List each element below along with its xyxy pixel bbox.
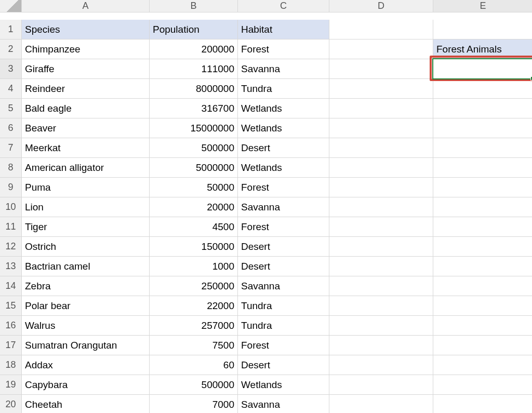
- cell-e16[interactable]: [433, 316, 532, 336]
- cell-e19[interactable]: [433, 375, 532, 395]
- cell-d17[interactable]: [329, 336, 433, 355]
- cell-c10[interactable]: Savanna: [238, 197, 329, 217]
- cell-c20[interactable]: Savanna: [238, 395, 329, 413]
- cell-a13[interactable]: Bactrian camel: [22, 257, 150, 276]
- col-header-a[interactable]: A: [22, 0, 150, 12]
- cell-b8[interactable]: 5000000: [150, 158, 238, 178]
- cell-b5[interactable]: 316700: [150, 99, 238, 118]
- cell-c1[interactable]: Habitat: [238, 20, 329, 39]
- cell-d7[interactable]: [329, 138, 433, 158]
- row-header[interactable]: 17: [0, 336, 22, 355]
- cell-d19[interactable]: [329, 375, 433, 395]
- cell-e18[interactable]: [433, 355, 532, 375]
- cell-e4[interactable]: [433, 79, 532, 99]
- cell-c19[interactable]: Wetlands: [238, 375, 329, 395]
- cell-d9[interactable]: [329, 178, 433, 197]
- cell-c13[interactable]: Desert: [238, 257, 329, 276]
- row-header[interactable]: 12: [0, 237, 22, 257]
- cell-d4[interactable]: [329, 79, 433, 99]
- cell-d13[interactable]: [329, 257, 433, 276]
- cell-e12[interactable]: [433, 237, 532, 257]
- cell-d16[interactable]: [329, 316, 433, 336]
- row-header[interactable]: 9: [0, 178, 22, 197]
- cell-d11[interactable]: [329, 217, 433, 237]
- cell-c11[interactable]: Forest: [238, 217, 329, 237]
- cell-d14[interactable]: [329, 276, 433, 296]
- cell-e17[interactable]: [433, 336, 532, 355]
- cell-c5[interactable]: Wetlands: [238, 99, 329, 118]
- row-header[interactable]: 15: [0, 296, 22, 316]
- cell-b7[interactable]: 500000: [150, 138, 238, 158]
- col-header-e[interactable]: E: [433, 0, 532, 12]
- cell-a14[interactable]: Zebra: [22, 276, 150, 296]
- cell-b12[interactable]: 150000: [150, 237, 238, 257]
- cell-b20[interactable]: 7000: [150, 395, 238, 413]
- cell-a10[interactable]: Lion: [22, 197, 150, 217]
- cell-b1[interactable]: Population: [150, 20, 238, 39]
- cell-a11[interactable]: Tiger: [22, 217, 150, 237]
- cell-c4[interactable]: Tundra: [238, 79, 329, 99]
- cell-c9[interactable]: Forest: [238, 178, 329, 197]
- row-header[interactable]: 4: [0, 79, 22, 99]
- cell-e3[interactable]: [433, 59, 532, 79]
- cell-a4[interactable]: Reindeer: [22, 79, 150, 99]
- row-header[interactable]: 3: [0, 59, 22, 79]
- cell-e14[interactable]: [433, 276, 532, 296]
- cell-d10[interactable]: [329, 197, 433, 217]
- cell-a17[interactable]: Sumatran Orangutan: [22, 336, 150, 355]
- cell-b19[interactable]: 500000: [150, 375, 238, 395]
- cell-b17[interactable]: 7500: [150, 336, 238, 355]
- cell-c3[interactable]: Savanna: [238, 59, 329, 79]
- select-all-corner[interactable]: [0, 0, 22, 12]
- cell-e20[interactable]: [433, 395, 532, 413]
- cell-b10[interactable]: 20000: [150, 197, 238, 217]
- cell-d18[interactable]: [329, 355, 433, 375]
- cell-b16[interactable]: 257000: [150, 316, 238, 336]
- cell-a20[interactable]: Cheetah: [22, 395, 150, 413]
- cell-e10[interactable]: [433, 197, 532, 217]
- row-header[interactable]: 2: [0, 39, 22, 59]
- row-header[interactable]: 5: [0, 99, 22, 118]
- cell-b18[interactable]: 60: [150, 355, 238, 375]
- cell-d5[interactable]: [329, 99, 433, 118]
- cell-d3[interactable]: [329, 59, 433, 79]
- cell-e9[interactable]: [433, 178, 532, 197]
- cell-a3[interactable]: Giraffe: [22, 59, 150, 79]
- col-header-b[interactable]: B: [150, 0, 238, 12]
- cell-c16[interactable]: Tundra: [238, 316, 329, 336]
- cell-a18[interactable]: Addax: [22, 355, 150, 375]
- cell-e2[interactable]: Forest Animals: [433, 39, 532, 59]
- cell-a1[interactable]: Species: [22, 20, 150, 39]
- row-header[interactable]: 18: [0, 355, 22, 375]
- row-header[interactable]: 1: [0, 20, 22, 39]
- cell-c17[interactable]: Forest: [238, 336, 329, 355]
- cell-b9[interactable]: 50000: [150, 178, 238, 197]
- cell-a8[interactable]: American alligator: [22, 158, 150, 178]
- row-header[interactable]: 6: [0, 118, 22, 138]
- cell-a15[interactable]: Polar bear: [22, 296, 150, 316]
- cell-b11[interactable]: 4500: [150, 217, 238, 237]
- cell-a12[interactable]: Ostrich: [22, 237, 150, 257]
- cell-d20[interactable]: [329, 395, 433, 413]
- cell-e11[interactable]: [433, 217, 532, 237]
- row-header[interactable]: 10: [0, 197, 22, 217]
- cell-e8[interactable]: [433, 158, 532, 178]
- cell-c7[interactable]: Desert: [238, 138, 329, 158]
- cell-d1[interactable]: [329, 20, 433, 39]
- cell-c8[interactable]: Wetlands: [238, 158, 329, 178]
- cell-a9[interactable]: Puma: [22, 178, 150, 197]
- cell-c12[interactable]: Desert: [238, 237, 329, 257]
- col-header-d[interactable]: D: [329, 0, 433, 12]
- cell-b3[interactable]: 111000: [150, 59, 238, 79]
- row-header[interactable]: 11: [0, 217, 22, 237]
- cell-d8[interactable]: [329, 158, 433, 178]
- spreadsheet-grid[interactable]: A B C D E 1 Species Population Habitat 2…: [0, 0, 532, 413]
- cell-a5[interactable]: Bald eagle: [22, 99, 150, 118]
- cell-b4[interactable]: 8000000: [150, 79, 238, 99]
- cell-c18[interactable]: Desert: [238, 355, 329, 375]
- row-header[interactable]: 20: [0, 395, 22, 413]
- cell-e15[interactable]: [433, 296, 532, 316]
- cell-e6[interactable]: [433, 118, 532, 138]
- row-header[interactable]: 14: [0, 276, 22, 296]
- row-header[interactable]: 7: [0, 138, 22, 158]
